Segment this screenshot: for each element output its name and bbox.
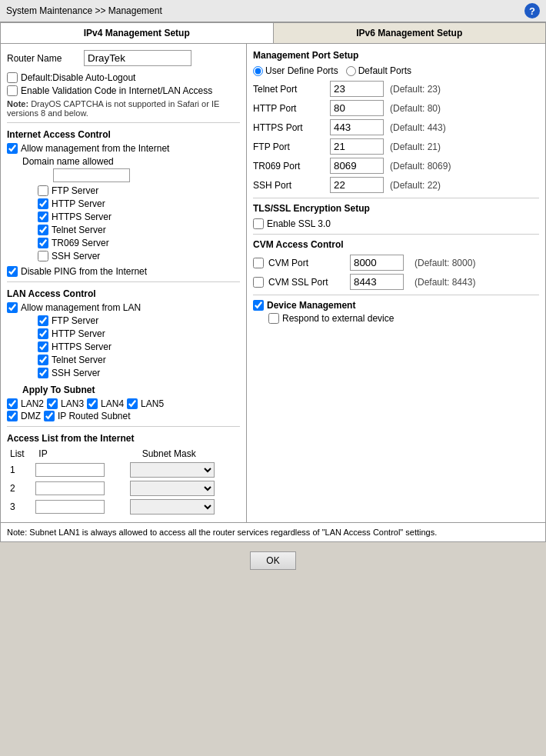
table-row: 1 [7,461,240,479]
ftp-port-row: FTP Port (Default: 21) [253,138,539,155]
ssh-port-row: SSH Port (Default: 22) [253,177,539,193]
router-name-input[interactable] [84,50,191,66]
tr069-port-row: TR069 Port (Default: 8069) [253,158,539,174]
ssh-lan-label: SSH Server [52,368,100,378]
auto-logout-checkbox[interactable] [7,72,18,83]
row1-ip-input[interactable] [35,463,105,477]
telnet-port-input[interactable] [330,81,384,97]
allow-lan-checkbox[interactable] [7,302,18,313]
cvm-ssl-default: (Default: 8443) [414,277,475,288]
ok-button[interactable]: OK [250,551,296,570]
disable-ping-row: Disable PING from the Internet [7,266,240,277]
tab-ipv6[interactable]: IPv6 Management Setup [274,23,546,43]
auto-logout-label: Default:Disable Auto-Logout [21,72,135,83]
lan4-label: LAN4 [101,398,124,409]
respond-label: Respond to external device [282,313,394,324]
bottom-note: Note: Subnet LAN1 is always allowed to a… [1,522,545,541]
lan5-label: LAN5 [141,398,164,409]
dmz-label: DMZ [21,411,41,421]
ftp-internet-label: FTP Server [52,185,98,196]
page-header: System Maintenance >> Management ? [0,0,546,22]
ftp-lan-row: FTP Server [38,315,240,326]
user-define-radio-label: User Define Ports [253,65,338,76]
lan2-checkbox[interactable] [7,398,18,409]
row1-subnet [127,461,240,479]
internet-access-title: Internet Access Control [7,129,240,140]
tab-ipv4[interactable]: IPv4 Management Setup [1,23,274,43]
https-port-label: HTTPS Port [253,122,330,133]
row3-ip-input[interactable] [35,500,105,514]
left-panel: Router Name Default:Disable Auto-Logout … [1,44,247,522]
help-button[interactable]: ? [524,3,540,18]
domain-input[interactable] [53,168,130,182]
mgmt-port-title: Management Port Setup [253,50,539,61]
telnet-internet-checkbox[interactable] [38,225,48,235]
lan4-checkbox[interactable] [87,398,98,409]
user-define-radio[interactable] [253,66,263,76]
cvm-ssl-input[interactable] [350,274,404,290]
ftp-internet-checkbox[interactable] [38,185,48,196]
lan5-checkbox[interactable] [127,398,138,409]
radio-row: User Define Ports Default Ports [253,65,539,76]
cvm-ssl-label: CVM SSL Port [268,277,345,288]
disable-ping-label: Disable PING from the Internet [21,266,147,277]
allow-internet-row: Allow management from the Internet [7,143,240,154]
ssh-internet-checkbox[interactable] [38,251,48,261]
http-port-row: HTTP Port (Default: 80) [253,100,539,116]
main-container: IPv4 Management Setup IPv6 Management Se… [0,22,546,542]
https-internet-checkbox[interactable] [38,211,48,222]
cvm-port-input[interactable] [350,255,404,271]
allow-internet-checkbox[interactable] [7,143,18,154]
auto-logout-row: Default:Disable Auto-Logout [7,72,240,83]
telnet-lan-checkbox[interactable] [38,355,48,365]
ftp-port-input[interactable] [330,138,384,155]
respond-checkbox[interactable] [268,313,279,324]
http-internet-checkbox[interactable] [38,198,48,209]
ssh-lan-checkbox[interactable] [38,368,48,378]
default-ports-radio[interactable] [346,66,356,76]
ssh-port-input[interactable] [330,177,384,193]
cvm-port-default: (Default: 8000) [414,258,475,268]
ip-routed-checkbox[interactable] [44,411,55,421]
http-lan-row: HTTP Server [38,328,240,339]
lan2-label: LAN2 [21,398,44,409]
https-lan-checkbox[interactable] [38,341,48,352]
row1-num: 1 [7,461,32,479]
http-port-input[interactable] [330,100,384,116]
row2-ip-input[interactable] [35,481,105,495]
ssh-port-default: (Default: 22) [390,180,441,191]
disable-ping-checkbox[interactable] [7,266,18,277]
row3-subnet-select[interactable] [130,499,215,515]
http-port-label: HTTP Port [253,103,330,114]
tr069-internet-checkbox[interactable] [38,238,48,248]
https-port-row: HTTPS Port (Default: 443) [253,119,539,135]
row2-subnet-select[interactable] [130,481,215,496]
http-internet-row: HTTP Server [38,198,240,209]
row1-subnet-select[interactable] [130,462,215,478]
ssl-checkbox[interactable] [253,218,264,229]
https-port-input[interactable] [330,119,384,135]
right-panel: Management Port Setup User Define Ports … [247,44,545,522]
telnet-internet-label: Telnet Server [52,225,106,235]
allow-lan-label: Allow management from LAN [21,302,141,313]
http-lan-checkbox[interactable] [38,328,48,339]
note-text: Note: DrayOS CAPTCHA is not supported in… [7,99,240,118]
https-internet-label: HTTPS Server [52,211,112,222]
lan3-checkbox[interactable] [47,398,58,409]
validation-checkbox[interactable] [7,85,18,96]
cvm-port-checkbox[interactable] [253,258,264,268]
device-mgmt-checkbox[interactable] [253,300,264,311]
tr069-internet-label: TR069 Server [52,238,109,248]
domain-section: Domain name allowed [22,156,240,182]
ftp-lan-checkbox[interactable] [38,315,48,326]
cvm-title: CVM Access Control [253,239,539,250]
lan3-label: LAN3 [61,398,84,409]
col-ip-header: IP [32,447,126,461]
table-row: 2 [7,479,240,498]
telnet-lan-row: Telnet Server [38,355,240,365]
tr069-port-input[interactable] [330,158,384,174]
allow-lan-row: Allow management from LAN [7,302,240,313]
http-port-default: (Default: 80) [390,103,441,114]
dmz-checkbox[interactable] [7,411,18,421]
cvm-ssl-checkbox[interactable] [253,277,264,288]
